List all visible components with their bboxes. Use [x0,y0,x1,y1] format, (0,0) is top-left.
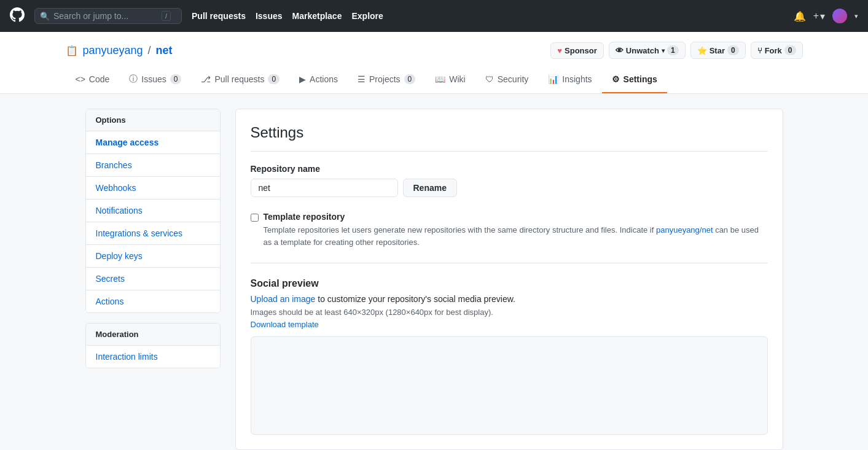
template-desc-link[interactable]: panyueyang/net [656,225,713,235]
topnav-right: 🔔 + ▾ ▾ [794,9,858,23]
new-menu-button[interactable]: + ▾ [813,10,825,22]
tab-projects-label: Projects [369,74,401,84]
unwatch-count: 1 [667,45,679,55]
plus-icon: + [813,10,819,21]
tab-security-label: Security [498,74,529,84]
template-repo-label[interactable]: Template repository [264,212,345,222]
repo-title-separator: / [148,44,151,57]
download-template-link[interactable]: Download template [251,320,319,329]
search-input[interactable] [53,11,158,21]
tab-settings[interactable]: ⚙ Settings [602,66,667,93]
issues-icon: ⓘ [129,74,138,85]
search-slash-badge: / [162,11,171,21]
moderation-section-header: Moderation [86,324,220,346]
upload-image-link[interactable]: Upload an image [251,294,316,304]
tab-pull-requests[interactable]: ⎇ Pull requests 0 [191,66,289,93]
sidebar-item-secrets[interactable]: Secrets [86,268,220,290]
tab-insights[interactable]: 📊 Insights [538,66,601,93]
repo-name-label: Repository name [251,164,768,174]
user-avatar[interactable] [832,9,847,23]
fork-icon: ⑂ [757,46,762,55]
plus-dropdown-arrow: ▾ [820,10,825,22]
page-title: Settings [251,124,768,152]
star-button[interactable]: ⭐ Star 0 [690,42,746,59]
social-preview-desc-text: to customize your repository's social me… [315,294,515,304]
github-logo-icon[interactable] [10,7,25,25]
nav-explore[interactable]: Explore [351,11,383,21]
search-box[interactable]: 🔍 / [34,8,182,24]
sidebar-item-deploy-keys[interactable]: Deploy keys [86,245,220,268]
moderation-section: Moderation Interaction limits [85,323,221,368]
template-repo-checkbox[interactable] [251,213,259,222]
fork-count: 0 [784,45,796,55]
template-repo-row: Template repository Template repositorie… [251,212,768,248]
repo-name-input[interactable] [251,179,398,197]
tab-issues[interactable]: ⓘ Issues 0 [119,66,191,93]
page-body: Options Manage access Branches Webhooks … [66,94,803,450]
sidebar-item-actions[interactable]: Actions [86,290,220,312]
nav-marketplace[interactable]: Marketplace [292,11,342,21]
repo-header: 📋 panyueyang / net ♥ Sponsor 👁 Unwatch ▾… [0,32,868,94]
tab-security[interactable]: 🛡 Security [475,66,539,93]
sidebar-item-manage-access[interactable]: Manage access [86,131,220,154]
template-repo-text: Template repository Template repositorie… [264,212,768,248]
tab-projects[interactable]: ☰ Projects 0 [348,66,425,93]
avatar-dropdown-arrow[interactable]: ▾ [854,12,858,20]
settings-icon: ⚙ [612,74,620,84]
sidebar-item-integrations-services[interactable]: Integrations & services [86,222,220,245]
repo-owner-link[interactable]: panyueyang [83,44,143,57]
section-divider [251,263,768,263]
repo-icon: 📋 [66,45,78,56]
tab-settings-label: Settings [624,74,657,84]
code-icon: <> [76,74,85,84]
sidebar-item-notifications[interactable]: Notifications [86,200,220,222]
social-preview-image-box[interactable] [251,336,768,435]
tab-actions-label: Actions [310,74,338,84]
options-section: Options Manage access Branches Webhooks … [85,109,221,313]
tab-insights-label: Insights [562,74,592,84]
nav-issues[interactable]: Issues [256,11,283,21]
tab-code-label: Code [89,74,109,84]
pr-badge: 0 [268,74,280,84]
star-count: 0 [727,45,739,55]
rename-button[interactable]: Rename [403,179,457,197]
tab-code[interactable]: <> Code [66,66,120,93]
eye-icon: 👁 [616,46,624,55]
nav-pull-requests[interactable]: Pull requests [192,11,246,21]
tab-actions[interactable]: ▶ Actions [289,66,348,93]
unwatch-button[interactable]: 👁 Unwatch ▾ 1 [609,42,686,59]
tab-issues-label: Issues [141,74,166,84]
insights-icon: 📊 [548,74,558,84]
issues-badge: 0 [170,74,182,84]
search-icon: 🔍 [40,12,50,21]
social-preview-desc: Upload an image to customize your reposi… [251,294,768,304]
unwatch-dropdown-arrow: ▾ [662,47,665,54]
settings-sidebar: Options Manage access Branches Webhooks … [85,109,221,450]
projects-badge: 0 [404,74,416,84]
fork-label: Fork [765,46,782,55]
sidebar-item-interaction-limits[interactable]: Interaction limits [86,346,220,368]
social-preview-note: Images should be at least 640×320px (128… [251,308,768,317]
projects-icon: ☰ [358,74,366,84]
template-repo-description: Template repositories let users generate… [264,224,768,248]
tab-wiki[interactable]: 📖 Wiki [425,66,475,93]
pr-icon: ⎇ [201,74,211,84]
social-preview-section: Social preview Upload an image to custom… [251,278,768,435]
notifications-button[interactable]: 🔔 [794,10,806,22]
sponsor-button[interactable]: ♥ Sponsor [550,42,603,59]
sidebar-item-branches[interactable]: Branches [86,154,220,177]
template-desc-pre: Template repositories let users generate… [264,225,656,235]
star-icon: ⭐ [697,46,707,55]
topnav-links: Pull requests Issues Marketplace Explore [192,11,383,21]
security-icon: 🛡 [485,74,494,84]
wiki-icon: 📖 [435,74,445,84]
repo-name-link[interactable]: net [156,44,173,57]
star-label: Star [710,46,725,55]
sidebar-item-webhooks[interactable]: Webhooks [86,177,220,200]
bell-icon: 🔔 [794,10,806,22]
tab-wiki-label: Wiki [449,74,465,84]
top-navigation: 🔍 / Pull requests Issues Marketplace Exp… [0,0,868,32]
repo-title-bar: 📋 panyueyang / net ♥ Sponsor 👁 Unwatch ▾… [66,42,803,59]
sponsor-label: Sponsor [565,46,597,55]
fork-button[interactable]: ⑂ Fork 0 [751,42,803,59]
